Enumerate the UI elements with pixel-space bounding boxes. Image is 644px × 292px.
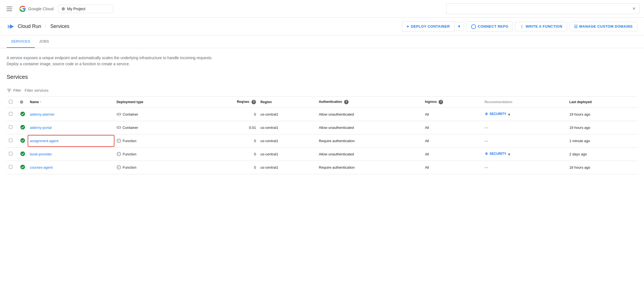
- hamburger-icon[interactable]: [4, 4, 14, 13]
- cloud-run-icon: [7, 22, 15, 31]
- row-name-cell: aidemy-planner: [28, 108, 114, 121]
- chevron-down-icon: ▼: [457, 24, 461, 28]
- row-checkbox-cell: [7, 134, 18, 147]
- svg-point-10: [118, 127, 119, 128]
- filter-label: Filter: [13, 88, 21, 92]
- status-ok-icon: [20, 151, 25, 157]
- lastdeployed-value: 1 minute ago: [569, 139, 590, 143]
- svg-point-13: [20, 138, 25, 143]
- row-checkbox-cell: [7, 121, 18, 134]
- connect-repo-button[interactable]: ◯ CONNECT REPO: [466, 21, 513, 32]
- row-ingress-cell: All: [423, 147, 482, 161]
- row-status-cell: [18, 147, 28, 161]
- ingress-value: All: [425, 112, 429, 116]
- auth-value: Require authentication: [319, 165, 355, 170]
- recommendation-dash: —: [485, 165, 488, 170]
- row-reqsec-cell: 0.01: [196, 121, 258, 134]
- svg-point-23: [117, 166, 121, 169]
- row-reqsec-cell: 0: [196, 134, 258, 147]
- auth-info-icon[interactable]: ?: [344, 100, 349, 104]
- service-link[interactable]: book-provider: [30, 152, 52, 156]
- row-reqsec-cell: 0: [196, 161, 258, 174]
- row-lastdeployed-cell: 19 hours ago: [567, 121, 637, 134]
- security-badge: SECURITY: [485, 152, 506, 156]
- deploy-container-group: + DEPLOY CONTAINER ▼: [402, 22, 464, 32]
- ingress-value: All: [425, 152, 429, 156]
- reqsec-value: 0: [198, 165, 256, 170]
- select-all-checkbox[interactable]: [9, 100, 12, 103]
- tab-services[interactable]: SERVICES: [7, 35, 35, 48]
- ingress-info-icon[interactable]: ?: [439, 100, 443, 104]
- svg-point-19: [118, 154, 118, 154]
- deployment-type-label: Container: [123, 126, 138, 130]
- row-auth-cell: Require authentication: [316, 134, 423, 147]
- search-close-icon[interactable]: ×: [632, 5, 636, 12]
- recommendation-dropdown-icon[interactable]: ▼: [507, 152, 511, 157]
- recommendation-dropdown-icon[interactable]: ▼: [507, 113, 511, 117]
- lastdeployed-value: 2 days ago: [569, 152, 587, 156]
- deploy-container-chevron[interactable]: ▼: [454, 22, 464, 31]
- region-value: us-central1: [260, 126, 278, 130]
- th-deployment: Deployment type: [114, 97, 196, 108]
- service-link[interactable]: assignment-agent: [30, 139, 58, 143]
- row-checkbox[interactable]: [9, 125, 12, 129]
- reqsec-value: 0: [198, 152, 256, 156]
- th-region: Region: [258, 97, 316, 108]
- table-row: aidemy-portal Container 0.01 us-central1…: [7, 121, 637, 134]
- google-cloud-text: Google Cloud: [28, 6, 54, 11]
- security-label: SECURITY: [489, 112, 506, 116]
- service-link[interactable]: aidemy-portal: [30, 126, 52, 130]
- filter-input[interactable]: [25, 88, 637, 93]
- deployment-type: Container: [117, 112, 194, 116]
- tab-jobs[interactable]: JOBS: [35, 35, 54, 48]
- row-checkbox[interactable]: [9, 165, 12, 169]
- deploy-container-button[interactable]: + DEPLOY CONTAINER: [402, 22, 454, 32]
- svg-point-15: [118, 140, 118, 141]
- status-ok-icon: [20, 111, 25, 117]
- svg-point-8: [20, 125, 25, 129]
- description: A service exposes a unique endpoint and …: [7, 55, 637, 67]
- ingress-value: All: [425, 126, 429, 130]
- reqsec-info-icon[interactable]: ?: [252, 100, 256, 104]
- row-status-cell: [18, 108, 28, 121]
- row-status-cell: [18, 161, 28, 174]
- row-checkbox-cell: [7, 108, 18, 121]
- row-ingress-cell: All: [423, 161, 482, 174]
- manage-domains-button[interactable]: ☷ MANAGE CUSTOM DOMAINS: [569, 22, 637, 31]
- row-checkbox[interactable]: [9, 139, 12, 142]
- services-table: Name ↑ Deployment type Req/sec ? Region …: [7, 97, 637, 174]
- search-input[interactable]: [450, 7, 630, 11]
- auth-value: Allow unauthenticated: [319, 112, 354, 116]
- service-link[interactable]: aidemy-planner: [30, 112, 55, 116]
- project-selector[interactable]: My Project: [58, 5, 113, 13]
- sort-asc-icon: ↑: [40, 100, 41, 104]
- th-name[interactable]: Name ↑: [28, 97, 114, 108]
- search-bar: ×: [446, 3, 640, 14]
- row-auth-cell: Allow unauthenticated: [316, 147, 423, 161]
- row-ingress-cell: All: [423, 121, 482, 134]
- row-recommendation-cell: SECURITY ▼: [482, 147, 567, 161]
- row-checkbox[interactable]: [9, 152, 12, 155]
- th-checkbox: [7, 97, 18, 108]
- svg-point-22: [20, 165, 25, 169]
- filter-icon-group[interactable]: Filter: [7, 88, 21, 93]
- manage-domains-label: MANAGE CUSTOM DOMAINS: [579, 24, 633, 28]
- row-lastdeployed-cell: 19 hours ago: [567, 108, 637, 121]
- table-row: assignment-agent Function 0 us-central1 …: [7, 134, 637, 147]
- row-name-cell: book-provider: [28, 147, 114, 161]
- function-icon: [117, 165, 121, 170]
- google-cloud-logo[interactable]: Google Cloud: [19, 5, 54, 13]
- auth-value: Require authentication: [319, 139, 355, 143]
- th-status: [18, 97, 28, 108]
- row-checkbox[interactable]: [9, 112, 12, 116]
- svg-point-17: [20, 151, 25, 156]
- region-value: us-central1: [260, 152, 278, 156]
- row-auth-cell: Allow unauthenticated: [316, 121, 423, 134]
- row-region-cell: us-central1: [258, 147, 316, 161]
- row-lastdeployed-cell: 1 minute ago: [567, 134, 637, 147]
- service-link[interactable]: courses-agent: [30, 165, 53, 170]
- row-ingress-cell: All: [423, 134, 482, 147]
- row-name-cell: aidemy-portal: [28, 121, 114, 134]
- toolbar-title: Cloud Run: [18, 24, 46, 29]
- write-function-button[interactable]: ⋮ WRITE A FUNCTION: [515, 22, 567, 31]
